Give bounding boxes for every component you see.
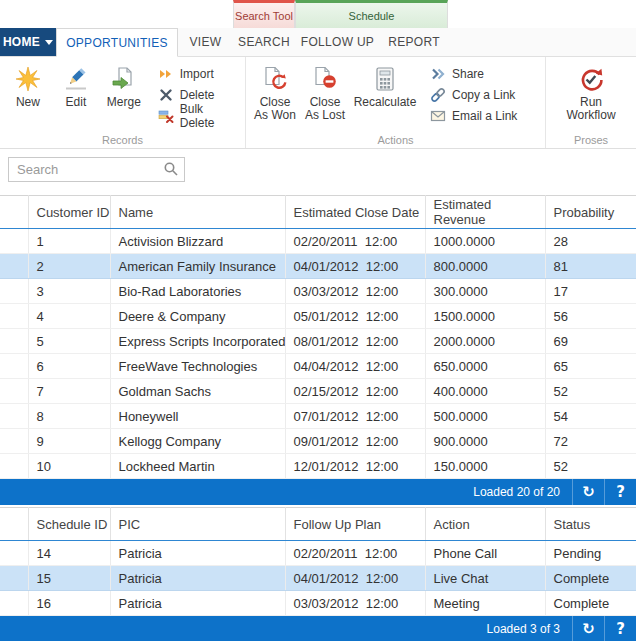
help-button[interactable]: ? [604, 616, 636, 641]
close-as-lost-button[interactable]: Close As Lost [300, 61, 350, 126]
column-header-follow-up-plan[interactable]: Follow Up Plan [285, 508, 425, 541]
table-row[interactable]: 1 Activision Blizzard 02/20/2011 12:00 1… [0, 229, 636, 254]
row-selector[interactable] [0, 541, 28, 566]
row-selector[interactable] [0, 354, 28, 379]
schedule-status-bar: Loaded 3 of 3 ↻ ? [0, 616, 636, 641]
select-all-header[interactable] [0, 196, 28, 229]
table-row[interactable]: 5 Express Scripts Incorporated 08/01/201… [0, 329, 636, 354]
contextual-tab-search-tool[interactable]: Search Tool [233, 0, 295, 28]
email-a-link-button[interactable]: Email a Link [426, 105, 521, 126]
tab-search[interactable]: SEARCH [233, 28, 295, 56]
tab-view[interactable]: VIEW [178, 28, 233, 56]
edit-button[interactable]: Edit [52, 61, 100, 113]
run-workflow-button[interactable]: Run Workflow [556, 61, 626, 126]
cell-action: Live Chat [425, 566, 545, 591]
cell-revenue: 150.0000 [425, 454, 545, 479]
cell-name: Honeywell [110, 404, 285, 429]
table-row[interactable]: 14 Patricia 02/20/2011 12:00 Phone Call … [0, 541, 636, 566]
cell-plan: 02/20/2011 12:00 [285, 541, 425, 566]
column-header-probability[interactable]: Probability [545, 196, 636, 229]
row-selector[interactable] [0, 404, 28, 429]
table-row[interactable]: 9 Kellogg Company 09/01/2012 12:00 900.0… [0, 429, 636, 454]
tab-follow-up[interactable]: FOLLOW UP [295, 28, 380, 56]
row-selector[interactable] [0, 379, 28, 404]
column-header-status[interactable]: Status [545, 508, 636, 541]
schedule-header-row: Schedule ID PIC Follow Up Plan Action St… [0, 508, 636, 541]
copy-a-link-button[interactable]: Copy a Link [426, 84, 521, 105]
close-as-lost-icon [311, 65, 339, 93]
cell-close-date: 05/01/2012 12:00 [285, 304, 425, 329]
cell-probability: 28 [545, 229, 636, 254]
select-all-header[interactable] [0, 508, 28, 541]
refresh-icon: ↻ [582, 620, 595, 638]
import-button-label: Import [180, 67, 214, 81]
cell-name: FreeWave Technologies [110, 354, 285, 379]
merge-button[interactable]: Merge [100, 61, 148, 113]
tab-follow-up-label: FOLLOW UP [301, 35, 374, 49]
refresh-button[interactable]: ↻ [572, 616, 604, 641]
contextual-tab-schedule-label: Schedule [349, 10, 395, 22]
tab-search-label: SEARCH [238, 35, 290, 49]
column-header-estimated-revenue[interactable]: Estimated Revenue [425, 196, 545, 229]
cell-customer-id: 6 [28, 354, 110, 379]
cell-name: Bio-Rad Laboratories [110, 279, 285, 304]
row-selector[interactable] [0, 229, 28, 254]
tab-report[interactable]: REPORT [380, 28, 448, 56]
cell-schedule-id: 14 [28, 541, 110, 566]
help-button[interactable]: ? [604, 479, 636, 505]
row-selector[interactable] [0, 454, 28, 479]
table-row[interactable]: 3 Bio-Rad Laboratories 03/03/2012 12:00 … [0, 279, 636, 304]
recalculate-button[interactable]: Recalculate [350, 61, 420, 113]
column-header-schedule-id[interactable]: Schedule ID [28, 508, 110, 541]
contextual-tab-schedule[interactable]: Schedule [295, 0, 448, 28]
opportunities-loaded-count: Loaded 20 of 20 [473, 485, 560, 499]
tab-opportunities[interactable]: OPPORTUNITIES [56, 28, 178, 57]
cell-revenue: 650.0000 [425, 354, 545, 379]
bulk-delete-button[interactable]: Bulk Delete [154, 105, 241, 126]
row-selector[interactable] [0, 591, 28, 616]
new-button[interactable]: New [4, 61, 52, 113]
table-row[interactable]: 2 American Family Insurance 04/01/2012 1… [0, 254, 636, 279]
search-icon[interactable] [163, 161, 179, 180]
row-selector[interactable] [0, 566, 28, 591]
table-row[interactable]: 4 Deere & Company 05/01/2012 12:00 1500.… [0, 304, 636, 329]
cell-name: Activision Blizzard [110, 229, 285, 254]
close-as-won-button[interactable]: Close As Won [250, 61, 300, 126]
column-header-pic[interactable]: PIC [110, 508, 285, 541]
column-header-customer-id[interactable]: Customer ID [28, 196, 110, 229]
table-row[interactable]: 15 Patricia 04/01/2012 12:00 Live Chat C… [0, 566, 636, 591]
delete-button-label: Delete [180, 88, 215, 102]
recalculate-label: Recalculate [354, 96, 417, 109]
close-as-won-icon [261, 65, 289, 93]
table-row[interactable]: 7 Goldman Sachs 02/15/2012 12:00 400.000… [0, 379, 636, 404]
actions-small-buttons: Share Copy a Link Email a Link [426, 61, 521, 126]
table-row[interactable]: 10 Lockheed Martin 12/01/2012 12:00 150.… [0, 454, 636, 479]
search-input[interactable] [8, 157, 185, 182]
contextual-tab-search-tool-label: Search Tool [235, 10, 293, 22]
row-selector[interactable] [0, 429, 28, 454]
tab-opportunities-label: OPPORTUNITIES [66, 36, 168, 50]
row-selector[interactable] [0, 304, 28, 329]
table-row[interactable]: 6 FreeWave Technologies 04/04/2012 12:00… [0, 354, 636, 379]
column-header-action[interactable]: Action [425, 508, 545, 541]
share-button[interactable]: Share [426, 63, 521, 84]
cell-customer-id: 7 [28, 379, 110, 404]
column-header-estimated-close-date[interactable]: Estimated Close Date [285, 196, 425, 229]
row-selector[interactable] [0, 329, 28, 354]
column-header-name[interactable]: Name [110, 196, 285, 229]
refresh-button[interactable]: ↻ [572, 479, 604, 505]
schedule-grid: Schedule ID PIC Follow Up Plan Action St… [0, 507, 636, 616]
import-button[interactable]: Import [154, 63, 241, 84]
cell-customer-id: 9 [28, 429, 110, 454]
table-row[interactable]: 16 Patricia 03/03/2012 12:00 Meeting Com… [0, 591, 636, 616]
row-selector[interactable] [0, 254, 28, 279]
home-menu-button[interactable]: HOME [0, 28, 56, 56]
row-selector[interactable] [0, 279, 28, 304]
cell-action: Phone Call [425, 541, 545, 566]
table-row[interactable]: 8 Honeywell 07/01/2012 12:00 500.0000 54 [0, 404, 636, 429]
new-button-label: New [16, 96, 40, 109]
cell-close-date: 08/01/2012 12:00 [285, 329, 425, 354]
cell-action: Meeting [425, 591, 545, 616]
cell-probability: 72 [545, 429, 636, 454]
refresh-icon: ↻ [582, 483, 595, 501]
